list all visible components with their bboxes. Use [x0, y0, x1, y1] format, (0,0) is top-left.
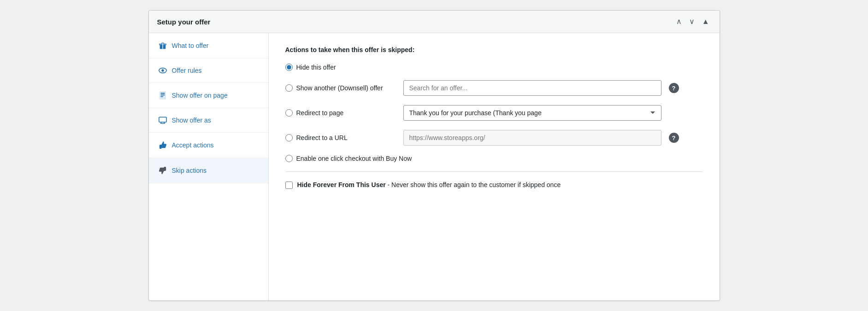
sidebar-label-skip-actions: Skip actions — [172, 167, 207, 174]
radio-downsell-input[interactable] — [285, 84, 293, 92]
option-row-redirect-page: Redirect to page Thank you for your purc… — [285, 105, 703, 121]
redirect-page-select[interactable]: Thank you for your purchase (Thank you p… — [403, 105, 661, 121]
radio-hide-offer[interactable]: Hide this offer — [285, 64, 396, 71]
radio-hide-label: Hide this offer — [296, 64, 336, 71]
svg-rect-7 — [160, 94, 165, 95]
hide-forever-rest: - Never show this offer again to the cus… — [386, 181, 561, 188]
checkbox-row-hide-forever: Hide Forever From This User - Never show… — [285, 181, 703, 189]
option-row-hide: Hide this offer — [285, 64, 703, 71]
hide-forever-bold: Hide Forever From This User — [297, 181, 386, 188]
eye-icon — [158, 67, 167, 74]
chevron-down-btn[interactable]: ∨ — [687, 17, 697, 26]
sidebar-item-accept-actions[interactable]: Accept actions — [149, 133, 268, 158]
card-body: What to offer Offer rules — [149, 33, 720, 300]
radio-one-click-input[interactable] — [285, 155, 293, 162]
radio-redirect-page[interactable]: Redirect to page — [285, 109, 396, 117]
sidebar-item-offer-rules[interactable]: Offer rules — [149, 59, 268, 83]
svg-point-4 — [161, 69, 164, 71]
hide-forever-checkbox[interactable] — [285, 182, 293, 189]
page-icon — [158, 91, 167, 100]
radio-redirect-url-input[interactable] — [285, 134, 293, 141]
sidebar-label-show-offer-on-page: Show offer on page — [172, 92, 228, 99]
sidebar-label-what-to-offer: What to offer — [172, 42, 209, 49]
sidebar-item-skip-actions[interactable]: Skip actions — [149, 158, 268, 183]
radio-redirect-url[interactable]: Redirect to a URL — [285, 134, 396, 141]
section-divider — [285, 171, 703, 172]
svg-rect-6 — [160, 93, 165, 94]
radio-one-click[interactable]: Enable one click checkout with Buy Now — [285, 155, 412, 162]
monitor-icon — [158, 117, 167, 124]
radio-redirect-url-label: Redirect to a URL — [296, 134, 348, 141]
search-offer-input[interactable] — [403, 80, 661, 96]
sidebar-item-show-offer-as[interactable]: Show offer as — [149, 108, 268, 133]
radio-hide-input[interactable] — [285, 64, 293, 71]
radio-redirect-page-input[interactable] — [285, 109, 293, 117]
url-help-icon[interactable]: ? — [669, 133, 679, 143]
card-title: Setup your offer — [157, 18, 211, 26]
sidebar-label-show-offer-as: Show offer as — [172, 117, 211, 124]
sidebar-label-offer-rules: Offer rules — [172, 67, 202, 74]
hide-forever-text: Hide Forever From This User - Never show… — [297, 181, 561, 188]
option-row-one-click: Enable one click checkout with Buy Now — [285, 155, 703, 162]
option-row-downsell: Show another (Downsell) offer ? — [285, 80, 703, 96]
box-icon — [158, 41, 167, 50]
radio-downsell[interactable]: Show another (Downsell) offer — [285, 84, 396, 92]
setup-offer-card: Setup your offer ∧ ∨ ▲ What to offer — [148, 10, 720, 301]
sidebar-item-show-offer-on-page[interactable]: Show offer on page — [149, 83, 268, 108]
thumbs-down-icon — [158, 166, 167, 175]
url-input[interactable] — [403, 130, 661, 146]
collapse-btn[interactable]: ▲ — [700, 17, 711, 26]
radio-one-click-label: Enable one click checkout with Buy Now — [296, 155, 412, 162]
section-title: Actions to take when this offer is skipp… — [285, 46, 703, 53]
svg-rect-8 — [160, 96, 163, 97]
downsell-help-icon[interactable]: ? — [669, 83, 679, 93]
thumbs-up-icon — [158, 141, 167, 149]
card-header: Setup your offer ∧ ∨ ▲ — [149, 11, 720, 33]
radio-redirect-page-label: Redirect to page — [296, 109, 344, 117]
option-row-redirect-url: Redirect to a URL ? — [285, 130, 703, 146]
sidebar: What to offer Offer rules — [149, 33, 269, 300]
sidebar-item-what-to-offer[interactable]: What to offer — [149, 33, 268, 59]
header-controls: ∧ ∨ ▲ — [674, 17, 711, 26]
sidebar-label-accept-actions: Accept actions — [172, 141, 214, 149]
radio-downsell-label: Show another (Downsell) offer — [296, 84, 383, 92]
svg-rect-9 — [159, 117, 166, 122]
chevron-up-btn[interactable]: ∧ — [674, 17, 684, 26]
main-content: Actions to take when this offer is skipp… — [269, 33, 720, 300]
